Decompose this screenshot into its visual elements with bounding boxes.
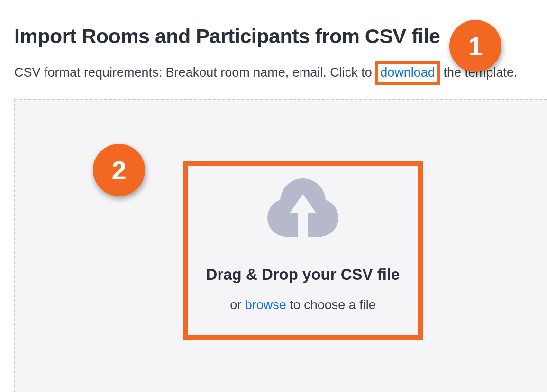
svg-rect-5 bbox=[298, 211, 308, 237]
dropzone-area[interactable]: Drag & Drop your CSV file or browse to c… bbox=[14, 99, 547, 392]
csv-instructions: CSV format requirements: Breakout room n… bbox=[14, 61, 533, 85]
cloud-upload-icon bbox=[197, 173, 409, 246]
annotation-badge-2: 2 bbox=[93, 144, 145, 196]
dropzone-sub-prefix: or bbox=[230, 298, 245, 312]
dropzone-highlight: Drag & Drop your CSV file or browse to c… bbox=[183, 161, 423, 340]
dropzone-subtext: or browse to choose a file bbox=[197, 298, 409, 312]
download-highlight: download bbox=[375, 61, 440, 85]
browse-link[interactable]: browse bbox=[245, 298, 286, 312]
dropzone-heading: Drag & Drop your CSV file bbox=[197, 266, 409, 284]
instructions-prefix: CSV format requirements: Breakout room n… bbox=[14, 65, 375, 80]
annotation-badge-1: 1 bbox=[449, 20, 501, 72]
dropzone-sub-suffix: to choose a file bbox=[286, 298, 376, 312]
download-template-link[interactable]: download bbox=[380, 65, 435, 80]
